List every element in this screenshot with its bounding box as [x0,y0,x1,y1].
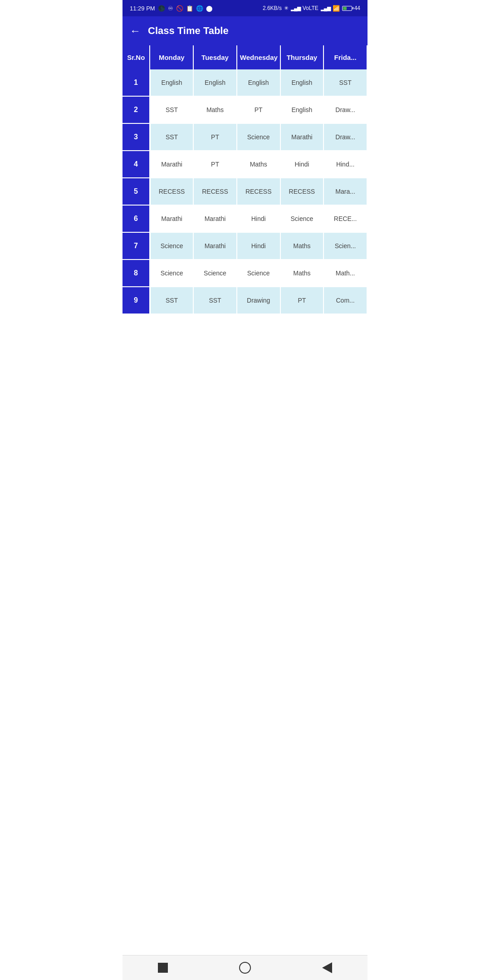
cell-srno: 3 [122,123,150,151]
cell-wednesday: PT [237,96,280,123]
cell-monday: Marathi [150,151,193,178]
cell-friday: SST [323,69,367,96]
cell-wednesday: Maths [237,151,280,178]
cell-thursday: Maths [280,260,324,287]
battery-pct: 44 [354,5,360,11]
cell-monday: SST [150,96,193,123]
cell-tuesday: Maths [193,96,237,123]
timetable-container: Sr.No Monday Tuesday Wednesday Thursday … [122,45,368,314]
cell-tuesday: English [193,69,237,96]
cell-tuesday: PT [193,123,237,151]
page-title: Class Time Table [148,25,229,37]
cell-srno: 9 [122,287,150,314]
cell-friday: Hind... [323,151,367,178]
cell-thursday: English [280,69,324,96]
cell-monday: Science [150,260,193,287]
battery-icon [342,6,352,11]
clipboard-icon: 📋 [186,5,193,12]
network-speed: 2.6KB/s [263,5,282,11]
cell-wednesday: English [237,69,280,96]
cell-thursday: Marathi [280,123,324,151]
col-header-friday: Frida... [323,45,367,69]
lte-label: VoLTE [303,5,318,11]
signal-bars: ▂▄▆ [291,5,300,11]
cell-thursday: Science [280,205,324,232]
bt-icon: ✳ [284,5,289,11]
table-row: 3SSTPTScienceMarathiDraw... [122,123,367,151]
table-row: 4MarathiPTMathsHindiHind... [122,151,367,178]
cell-wednesday: Hindi [237,232,280,260]
col-header-tuesday: Tuesday [193,45,237,69]
cell-srno: 5 [122,178,150,205]
cell-friday: Com... [323,287,367,314]
cell-tuesday: RECESS [193,178,237,205]
cell-tuesday: SST [193,287,237,314]
cell-wednesday: Drawing [237,287,280,314]
cell-tuesday: PT [193,151,237,178]
cell-srno: 1 [122,69,150,96]
cell-thursday: Maths [280,232,324,260]
table-row: 2SSTMathsPTEnglishDraw... [122,96,367,123]
status-right: 2.6KB/s ✳ ▂▄▆ VoLTE ▂▄▆ 📶 44 [263,5,360,12]
cell-srno: 7 [122,232,150,260]
cell-tuesday: Marathi [193,205,237,232]
table-row: 5RECESSRECESSRECESSRECESSMara... [122,178,367,205]
table-header-row: Sr.No Monday Tuesday Wednesday Thursday … [122,45,367,69]
back-button[interactable]: ← [130,24,141,37]
table-row: 1EnglishEnglishEnglishEnglishSST [122,69,367,96]
cell-srno: 8 [122,260,150,287]
cell-friday: Draw... [323,96,367,123]
cell-thursday: PT [280,287,324,314]
cell-monday: Science [150,232,193,260]
cell-wednesday: Science [237,123,280,151]
status-time: 11:29 PM [130,5,155,12]
cell-wednesday: RECESS [237,178,280,205]
table-row: 9SSTSSTDrawingPTCom... [122,287,367,314]
globe-icon: 🌐 [196,5,203,12]
cell-wednesday: Hindi [237,205,280,232]
cell-thursday: Hindi [280,151,324,178]
cell-srno: 6 [122,205,150,232]
cell-friday: RECE... [323,205,367,232]
cell-srno: 2 [122,96,150,123]
signal-bars-2: ▂▄▆ [321,5,330,11]
cell-tuesday: Marathi [193,232,237,260]
table-row: 7ScienceMarathiHindiMathsScien... [122,232,367,260]
wifi-icon: 📶 [333,5,340,12]
cell-thursday: English [280,96,324,123]
cell-srno: 4 [122,151,150,178]
cell-friday: Mara... [323,178,367,205]
status-left: 11:29 PM 🌑 ♾ 🚫 📋 🌐 ⬤ [130,5,213,12]
cell-monday: Marathi [150,205,193,232]
cell-monday: SST [150,123,193,151]
status-bar: 11:29 PM 🌑 ♾ 🚫 📋 🌐 ⬤ 2.6KB/s ✳ ▂▄▆ VoLTE… [122,0,368,16]
col-header-thursday: Thursday [280,45,324,69]
cell-friday: Draw... [323,123,367,151]
cell-tuesday: Science [193,260,237,287]
bluetooth-icon: ♾ [168,5,173,12]
table-row: 8ScienceScienceScienceMathsMath... [122,260,367,287]
forbidden-icon: 🚫 [176,5,183,12]
cell-monday: SST [150,287,193,314]
cell-monday: RECESS [150,178,193,205]
moon-icon: 🌑 [158,5,165,12]
cell-thursday: RECESS [280,178,324,205]
col-header-wednesday: Wednesday [237,45,280,69]
circle-icon: ⬤ [206,5,213,12]
cell-friday: Math... [323,260,367,287]
timetable: Sr.No Monday Tuesday Wednesday Thursday … [122,45,368,314]
cell-friday: Scien... [323,232,367,260]
col-header-monday: Monday [150,45,193,69]
table-row: 6MarathiMarathiHindiScienceRECE... [122,205,367,232]
col-header-srno: Sr.No [122,45,150,69]
app-bar: ← Class Time Table [122,16,368,45]
cell-wednesday: Science [237,260,280,287]
cell-monday: English [150,69,193,96]
